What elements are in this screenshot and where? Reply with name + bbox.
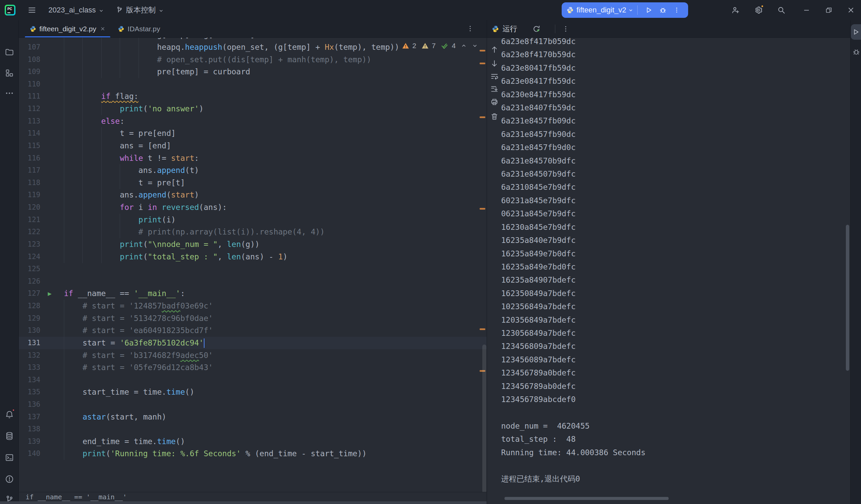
chevron-up-icon[interactable]	[461, 43, 467, 49]
code-with-me-button[interactable]	[731, 6, 740, 14]
code-line-126[interactable]: 126	[19, 275, 487, 288]
rerun-button[interactable]	[532, 25, 541, 33]
code-line-128[interactable]: 128 # start = '124857badf03e69c'	[19, 300, 487, 312]
hamburger-menu[interactable]	[24, 3, 40, 17]
code-line-122[interactable]: 122 # print(np.array(list(i)).reshape(4,…	[19, 226, 487, 238]
code-editor[interactable]: 106 g[temp] = g[curboard] + 1107 heapq.h…	[19, 38, 487, 492]
code-line-134[interactable]: 134	[19, 374, 487, 386]
tab-options-button[interactable]	[466, 25, 474, 32]
warning-stripe-mark[interactable]	[480, 328, 485, 330]
code-line-114[interactable]: 114 t = pre[end]	[19, 127, 487, 140]
code-line-131[interactable]: 131 start = '6a3fe87b5102dc94'	[19, 337, 487, 349]
vcs-widget[interactable]: 版本控制	[112, 2, 167, 18]
indent-guide	[64, 238, 64, 251]
code-line-111[interactable]: 111 if flag:	[19, 90, 487, 103]
debug-tool-window-button[interactable]	[852, 48, 860, 56]
code-text: heapq.heappush(open_set, (g[temp] + Hx(t…	[64, 41, 399, 54]
code-line-115[interactable]: 115 ans = [end]	[19, 140, 487, 152]
code-line-133[interactable]: 133 # start = '05fe796d12ca8b43'	[19, 362, 487, 374]
console-options-button[interactable]	[562, 25, 570, 33]
editor-scrollbar[interactable]	[482, 344, 486, 492]
warning-stripe-mark[interactable]	[480, 63, 485, 64]
problems-tool-button[interactable]	[5, 474, 14, 484]
tab-idastar[interactable]: IDAstar.py	[112, 20, 165, 37]
run-line-icon[interactable]: ▶	[48, 287, 52, 300]
indent-guide	[64, 423, 64, 435]
code-line-110[interactable]: 110	[19, 78, 487, 91]
clear-console-button[interactable]	[490, 112, 499, 121]
warning-stripe-mark[interactable]	[480, 208, 485, 209]
tab-fifteen-digit-v2[interactable]: fifteen_digit_v2.py	[24, 20, 111, 37]
more-tools-button[interactable]	[5, 88, 14, 98]
restore-button[interactable]	[825, 6, 833, 14]
code-line-119[interactable]: 119 ans.append(start)	[19, 189, 487, 201]
close-tab-icon[interactable]	[100, 26, 106, 32]
print-button[interactable]	[490, 98, 499, 106]
code-line-113[interactable]: 113 else:	[19, 115, 487, 127]
code-line-120[interactable]: 120 for i in reversed(ans):	[19, 201, 487, 214]
console-horizontal-scrollbar[interactable]	[505, 497, 669, 500]
terminal-icon	[5, 453, 14, 462]
code-line-130[interactable]: 130 # start = 'ea604918235bcd7f'	[19, 324, 487, 337]
indent-guide	[82, 66, 83, 78]
code-line-140[interactable]: 140 print('Running time: %.6f Seconds' %…	[19, 448, 487, 460]
code-line-135[interactable]: 135 start_time = time.time()	[19, 386, 487, 398]
code-line-136[interactable]: 136	[19, 398, 487, 411]
code-line-117[interactable]: 117 ans.append(t)	[19, 164, 487, 177]
code-text: # start = 'ea604918235bcd7f'	[64, 324, 213, 337]
code-line-125[interactable]: 125	[19, 263, 487, 275]
terminal-tool-button[interactable]	[5, 453, 14, 462]
scroll-up-button[interactable]	[490, 45, 499, 54]
search-everywhere-button[interactable]	[777, 6, 786, 14]
indent-guide	[64, 140, 64, 152]
code-line-112[interactable]: 112 print('no answer')	[19, 103, 487, 115]
code-line-121[interactable]: 121 print(i)	[19, 214, 487, 226]
code-line-137[interactable]: 137 astar(start, manh)	[19, 411, 487, 423]
run-widget[interactable]: fifteen_digit_v2	[562, 2, 688, 18]
breadcrumb-bar[interactable]: if __name__ == '__main__'	[19, 492, 487, 501]
soft-wrap-button[interactable]	[490, 72, 499, 81]
warning-stripe-mark[interactable]	[480, 117, 485, 118]
code-line-116[interactable]: 116 while t != start:	[19, 152, 487, 164]
debug-button[interactable]	[656, 6, 670, 14]
code-line-139[interactable]: 139 end_time = time.time()	[19, 435, 487, 448]
project-tool-button[interactable]	[5, 47, 14, 57]
run-button[interactable]	[642, 6, 656, 14]
project-selector[interactable]: 2023_ai_class	[45, 3, 107, 17]
console-output-area[interactable]: 6a23e8f417b059dc 6a23e8f4170b59dc 6a23e8…	[501, 38, 846, 497]
breadcrumb-item[interactable]: if __name__ == '__main__'	[26, 493, 127, 501]
scroll-down-button[interactable]	[490, 59, 499, 68]
code-line-118[interactable]: 118 t = pre[t]	[19, 177, 487, 189]
code-line-124[interactable]: 124 print("total_step : ", len(ans) - 1)	[19, 251, 487, 263]
run-tool-window-button[interactable]	[851, 24, 861, 40]
console-vertical-scrollbar[interactable]	[846, 225, 849, 371]
line-number: 124	[19, 251, 40, 263]
code-line-106[interactable]: 106 g[temp] = g[curboard] + 1	[19, 38, 487, 41]
settings-button[interactable]	[754, 6, 763, 14]
hamburger-menu-icon	[28, 6, 36, 14]
code-line-129[interactable]: 129 # start = '5134278c96bf0dae'	[19, 312, 487, 325]
debug-icon	[852, 48, 860, 56]
console-output[interactable]: 6a23e8f417b059dc 6a23e8f4170b59dc 6a23e8…	[501, 38, 846, 486]
code-line-132[interactable]: 132 # start = 'b3174682f9adec50'	[19, 349, 487, 362]
indent-guide	[101, 127, 101, 140]
structure-tool-button[interactable]	[5, 68, 14, 78]
scroll-to-end-button[interactable]	[490, 84, 499, 93]
chevron-down-icon[interactable]	[472, 43, 478, 49]
close-window-button[interactable]	[847, 6, 855, 14]
minimize-button[interactable]	[803, 6, 810, 14]
code-line-109[interactable]: 109 pre[temp] = curboard	[19, 66, 487, 78]
run-tab-label[interactable]: 运行	[503, 24, 517, 34]
indent-guide	[101, 38, 101, 41]
inspections-widget[interactable]: 2 7 4	[402, 42, 478, 50]
warning-stripe-mark[interactable]	[480, 50, 485, 52]
indent-guide	[82, 38, 83, 41]
database-tool-button[interactable]	[5, 431, 14, 441]
code-line-138[interactable]: 138	[19, 423, 487, 435]
code-line-123[interactable]: 123 print("\nnode_num = ", len(g))	[19, 238, 487, 251]
code-line-108[interactable]: 108 # open_set.put((dis[temp] + manh(tem…	[19, 54, 487, 66]
notifications-button[interactable]	[5, 410, 14, 419]
code-line-127[interactable]: 127▶if __name__ == '__main__':	[19, 287, 487, 300]
line-number: 115	[19, 140, 40, 152]
run-more-button[interactable]	[670, 7, 683, 13]
